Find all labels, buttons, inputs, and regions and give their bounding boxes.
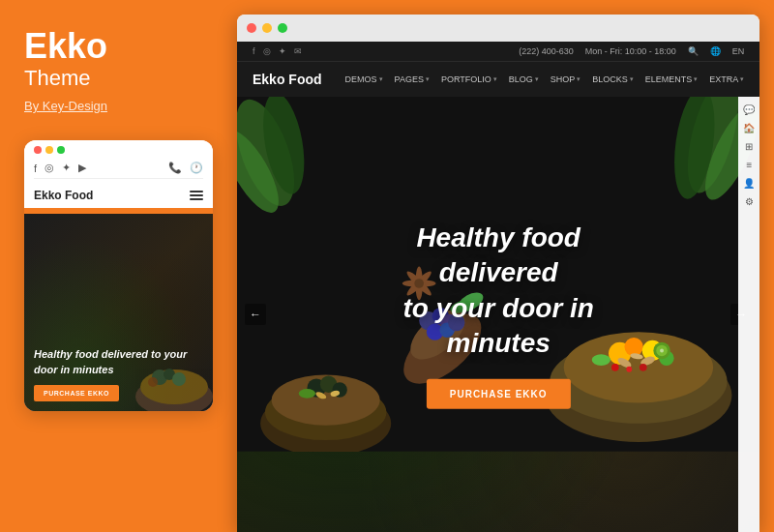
topbar-email-icon[interactable]: ✉ [294,46,302,56]
sidebar-settings-icon[interactable]: ⚙ [745,196,754,207]
nav-item-elements[interactable]: ELEMENTS ▾ [645,74,699,84]
brand-subtitle: Theme [24,66,208,91]
nav-item-portfolio[interactable]: PORTFOLIO ▾ [441,74,497,84]
sidebar-home-icon[interactable]: 🏠 [743,123,755,133]
browser-dot-yellow[interactable] [262,23,272,33]
browser-titlebar [237,15,759,42]
mobile-hero: Healthy food delivered to your door in m… [24,208,213,411]
mobile-hero-content: Healthy food delivered to your door in m… [24,214,213,411]
site-logo: Ekko Food [253,72,322,87]
mobile-top-bar: f ◎ ✦ ▶ 📞 🕐 [24,140,213,183]
mobile-phone-icon: 📞 [168,162,182,174]
browser-dot-green[interactable] [278,23,287,33]
mobile-youtube-icon: ▶ [78,162,86,174]
left-panel: Ekko Theme By Key-Design f ◎ ✦ ▶ 📞 🕐 Ekk… [0,0,232,532]
nav-label-shop: SHOP [551,74,576,84]
nav-label-pages: PAGES [395,74,424,84]
nav-label-demos: DEMOS [345,74,377,84]
sidebar-chat-icon[interactable]: 💬 [743,104,755,115]
nav-label-extra: EXTRA [709,74,738,84]
topbar-flag-icon: 🌐 [710,46,721,56]
topbar-instagram-icon[interactable]: ◎ [263,46,271,56]
mobile-window-controls [34,146,203,154]
nav-item-blog[interactable]: BLOG ▾ [509,74,539,84]
nav-arrow-shop: ▾ [577,75,580,83]
hero-previous-button[interactable]: ← [245,304,266,325]
nav-arrow-elements: ▾ [694,75,698,83]
hero-heading-line1: Healthy food delivered [416,222,580,287]
browser-window: f ◎ ✦ ✉ (222) 400-630 Mon - Fri: 10:00 -… [237,15,759,532]
brand-title: Ekko [24,29,208,64]
topbar-search-icon[interactable]: 🔍 [688,46,699,56]
hamburger-line [190,198,203,200]
browser-dot-red[interactable] [247,23,256,33]
topbar-facebook-icon[interactable]: f [253,46,255,56]
sidebar-user-icon[interactable]: 👤 [743,178,755,189]
mobile-clock-icon: 🕐 [190,162,203,174]
svg-point-5 [148,377,158,387]
nav-item-pages[interactable]: PAGES ▾ [395,74,430,84]
nav-arrow-blocks: ▾ [630,75,634,83]
site-navbar: Ekko Food DEMOS ▾ PAGES ▾ PORTFOLIO ▾ [237,61,759,97]
mobile-navbar: Ekko Food [24,183,213,208]
mobile-hamburger-menu[interactable] [190,191,203,200]
mobile-twitter-icon: ✦ [62,162,71,174]
brand-by: By Key-Design [24,99,208,113]
site-hero: ← Healthy food delivered to your door in… [237,97,759,532]
nav-label-portfolio: PORTFOLIO [441,74,491,84]
site-nav-items: DEMOS ▾ PAGES ▾ PORTFOLIO ▾ BLOG ▾ [345,74,745,84]
mobile-dot-green[interactable] [57,146,65,154]
nav-item-extra[interactable]: EXTRA ▾ [709,74,744,84]
topbar-language[interactable]: EN [732,46,745,56]
hero-cta-button[interactable]: PURCHASE EKKO [427,378,571,408]
mobile-dot-red[interactable] [34,146,42,154]
mobile-hero-text: Healthy food delivered to your door in m… [34,347,203,377]
topbar-info: (222) 400-630 Mon - Fri: 10:00 - 18:00 🔍… [519,46,744,56]
mobile-topbar-icons: f ◎ ✦ ▶ 📞 🕐 [34,160,203,179]
browser-content: f ◎ ✦ ✉ (222) 400-630 Mon - Fri: 10:00 -… [237,42,759,532]
nav-arrow-portfolio: ▾ [493,75,497,83]
mobile-cta-button[interactable]: PURCHASE EKKO [34,385,119,401]
nav-label-blocks: BLOCKS [592,74,628,84]
nav-arrow-pages: ▾ [426,75,430,83]
svg-point-52 [299,389,315,399]
hero-text-area: Healthy food delivered to your door in m… [368,221,629,409]
mobile-dot-yellow[interactable] [45,146,53,154]
topbar-phone: (222) 400-630 [519,46,574,56]
site-topbar: f ◎ ✦ ✉ (222) 400-630 Mon - Fri: 10:00 -… [237,42,759,61]
hamburger-line [190,194,203,196]
nav-item-shop[interactable]: SHOP ▾ [551,74,581,84]
sidebar-grid-icon[interactable]: ⊞ [745,141,753,152]
nav-arrow-blog: ▾ [535,75,539,83]
nav-label-blog: BLOG [509,74,533,84]
topbar-twitter-icon[interactable]: ✦ [279,46,286,56]
topbar-social-icons: f ◎ ✦ ✉ [253,46,302,56]
hero-heading: Healthy food delivered to your door in m… [368,221,629,362]
nav-arrow-extra: ▾ [740,75,744,83]
hero-heading-line2: to your door in minutes [402,293,594,358]
right-sidebar: 💬 🏠 ⊞ ≡ 👤 ⚙ [738,97,759,532]
right-panel: f ◎ ✦ ✉ (222) 400-630 Mon - Fri: 10:00 -… [232,0,774,532]
mobile-logo: Ekko Food [34,189,93,202]
nav-item-blocks[interactable]: BLOCKS ▾ [592,74,634,84]
hamburger-line [190,191,203,192]
svg-point-42 [640,364,647,371]
svg-point-45 [660,349,664,353]
sidebar-list-icon[interactable]: ≡ [746,160,752,170]
mobile-facebook-icon: f [34,163,37,174]
nav-label-elements: ELEMENTS [645,74,693,84]
nav-item-demos[interactable]: DEMOS ▾ [345,74,383,84]
topbar-hours: Mon - Fri: 10:00 - 18:00 [585,46,676,56]
mobile-mockup: f ◎ ✦ ▶ 📞 🕐 Ekko Food [24,140,213,411]
nav-arrow-demos: ▾ [379,75,383,83]
mobile-instagram-icon: ◎ [45,162,54,174]
